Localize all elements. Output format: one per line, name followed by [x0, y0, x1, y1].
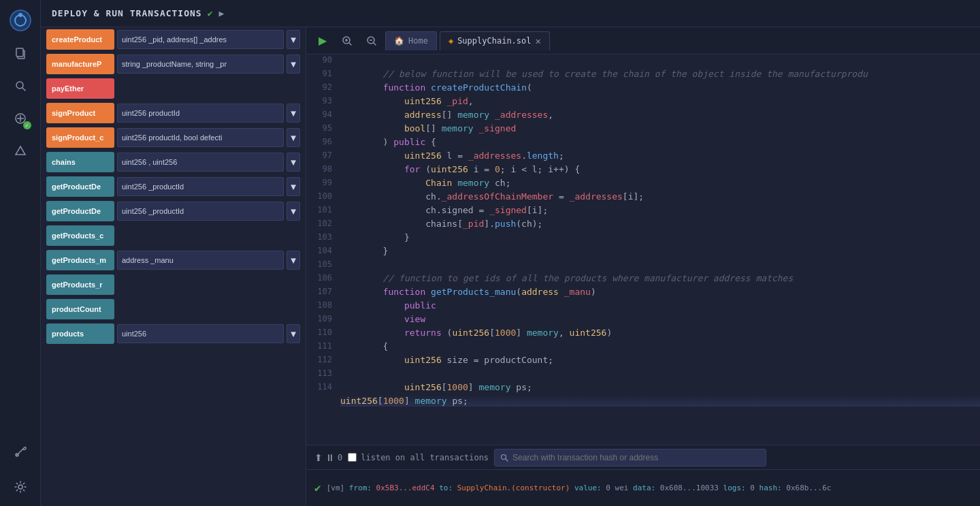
line-number: 113	[306, 368, 340, 379]
code-editor[interactable]: 90 91 // below function will be used to …	[306, 54, 980, 445]
code-line: 107 function getProducts_manu(address _m…	[306, 286, 980, 300]
line-content: uint256[1000] memory ps;	[340, 395, 980, 407]
func-input-products[interactable]	[117, 324, 284, 343]
tab-supplychain[interactable]: ◈ SupplyChain.sol ✕	[440, 31, 550, 50]
svg-line-19	[374, 43, 376, 45]
sidebar-settings-icon[interactable]	[7, 473, 34, 501]
func-btn-getProducts_c[interactable]: getProducts_c	[46, 225, 114, 246]
line-number: 97	[306, 150, 340, 161]
func-btn-getProducts_m[interactable]: getProducts_m	[46, 250, 114, 270]
func-btn-createProduct[interactable]: createProduct	[46, 29, 114, 50]
func-row: createProduct▼	[41, 27, 306, 52]
line-content	[340, 368, 980, 379]
func-btn-productCount[interactable]: productCount	[46, 299, 114, 319]
line-number: 94	[306, 109, 340, 120]
func-btn-products[interactable]: products	[46, 323, 114, 344]
func-row: getProducts_r	[41, 272, 306, 297]
line-number: 114	[306, 381, 340, 392]
sidebar-search-icon[interactable]	[7, 72, 34, 99]
code-line: 110 returns (uint256[1000] memory, uint2…	[306, 327, 980, 341]
func-expand-getProductDe[interactable]: ▼	[287, 177, 300, 196]
func-btn-signProduct[interactable]: signProduct	[46, 103, 114, 123]
func-row: signProduct▼	[41, 101, 306, 125]
func-expand-signProduct[interactable]: ▼	[287, 104, 300, 123]
func-row: productCount	[41, 297, 306, 321]
line-number: 91	[306, 68, 340, 79]
func-input-chains[interactable]	[117, 153, 284, 172]
svg-rect-4	[16, 48, 23, 57]
func-input-signProduct[interactable]	[117, 104, 284, 123]
code-line: 100 ch._addressOfChainMember = _addresse…	[306, 191, 980, 204]
search-input[interactable]	[512, 453, 760, 462]
tab-home[interactable]: 🏠 Home	[385, 31, 437, 50]
line-number: 96	[306, 136, 340, 147]
line-number: 109	[306, 313, 340, 324]
func-btn-getProductDe[interactable]: getProductDe	[46, 176, 114, 197]
run-button[interactable]: ▶	[312, 31, 333, 50]
func-expand-createProduct[interactable]: ▼	[287, 30, 300, 49]
zoom-in-button[interactable]	[336, 31, 358, 50]
zoom-out-button[interactable]	[361, 31, 382, 50]
func-input-getProductDe[interactable]	[117, 202, 284, 221]
func-btn-manufactureP[interactable]: manufactureP	[46, 54, 114, 74]
code-line: 105	[306, 259, 980, 272]
code-line: 111 {	[306, 341, 980, 354]
func-row: getProducts_m▼	[41, 248, 306, 272]
line-number: 111	[306, 341, 340, 351]
line-content: uint256[1000] memory ps;	[340, 381, 980, 393]
code-line: 93 uint256 _pid,	[306, 95, 980, 109]
line-number: 101	[306, 204, 340, 215]
func-expand-manufactureP[interactable]: ▼	[287, 54, 300, 74]
line-number: 106	[306, 272, 340, 283]
func-input-getProducts_m[interactable]	[117, 251, 284, 270]
line-content: view	[340, 313, 980, 325]
sidebar: ✓	[0, 0, 41, 506]
editor-panel: ▶ 🏠	[306, 27, 980, 506]
func-expand-getProductDe[interactable]: ▼	[287, 202, 300, 221]
line-number: 107	[306, 286, 340, 297]
tab-close-button[interactable]: ✕	[536, 35, 541, 46]
func-input-manufactureP[interactable]	[117, 54, 284, 74]
code-line: 99 Chain memory ch;	[306, 177, 980, 191]
func-input-createProduct[interactable]	[117, 30, 284, 49]
func-input-signProduct_c[interactable]	[117, 128, 284, 147]
func-btn-chains[interactable]: chains	[46, 152, 114, 172]
svg-line-21	[506, 459, 508, 461]
sidebar-git-icon[interactable]	[7, 138, 34, 165]
func-expand-signProduct_c[interactable]: ▼	[287, 128, 300, 147]
listen-input[interactable]	[348, 453, 357, 462]
line-content: ch.signed = _signed[i];	[340, 204, 980, 216]
func-btn-payEther[interactable]: payEther	[46, 78, 114, 99]
bottom-toolbar: ⬆ ⏸ 0 listen on all transactions	[306, 445, 980, 470]
func-btn-signProduct_c[interactable]: signProduct_c	[46, 127, 114, 148]
line-content: for (uint256 i = 0; i < l; i++) {	[340, 163, 980, 175]
sidebar-copy-icon[interactable]	[7, 39, 34, 67]
func-btn-getProducts_r[interactable]: getProducts_r	[46, 274, 114, 295]
home-icon: 🏠	[394, 36, 404, 46]
func-input-getProductDe[interactable]	[117, 177, 284, 196]
tab-home-label: Home	[408, 36, 428, 46]
code-line: 113	[306, 368, 980, 381]
title-text: DEPLOY & RUN TRANSACTIONS	[52, 8, 202, 18]
func-btn-getProductDe[interactable]: getProductDe	[46, 201, 114, 221]
sidebar-plugin-icon[interactable]: ✓	[7, 105, 34, 132]
line-content: chains[_pid].push(ch);	[340, 218, 980, 230]
sidebar-wrench-icon[interactable]	[7, 438, 34, 465]
func-expand-products[interactable]: ▼	[287, 324, 300, 343]
forward-icon: ▶	[219, 8, 225, 18]
line-number: 103	[306, 232, 340, 242]
line-content: function createProductChain(	[340, 82, 980, 93]
line-content: uint256 l = _addresses.length;	[340, 150, 980, 161]
collapse-button[interactable]: ⬆	[314, 452, 323, 463]
func-expand-chains[interactable]: ▼	[287, 153, 300, 172]
func-expand-getProducts_m[interactable]: ▼	[287, 251, 300, 270]
svg-marker-10	[16, 146, 25, 155]
listen-checkbox[interactable]: listen on all transactions	[348, 453, 489, 462]
editor-toolbar: ▶ 🏠	[306, 27, 980, 54]
search-box[interactable]	[494, 449, 766, 467]
file-icon: ◈	[448, 36, 453, 46]
line-content: uint256 _pid,	[340, 95, 980, 107]
func-row: products▼	[41, 321, 306, 346]
pause-button[interactable]: ⏸	[325, 452, 335, 463]
search-icon	[500, 454, 508, 462]
